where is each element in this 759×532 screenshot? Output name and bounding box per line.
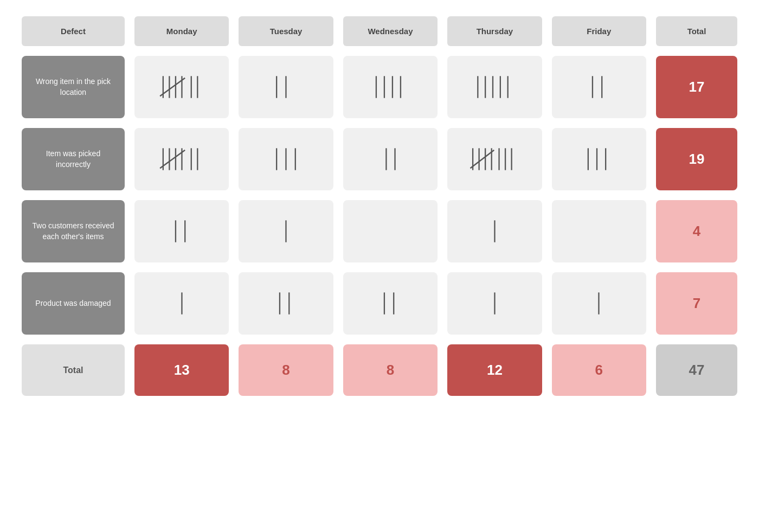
header-thursday: Thursday <box>447 16 542 46</box>
total-row2: 19 <box>656 128 737 190</box>
main-grid: Defect Monday Tuesday Wednesday Thursday… <box>11 11 748 401</box>
header-total: Total <box>656 16 737 46</box>
bottom-total-wednesday: 8 <box>343 344 438 396</box>
header-friday: Friday <box>552 16 646 46</box>
bottom-total-thursday: 12 <box>447 344 542 396</box>
tally-row1-fri <box>552 56 646 118</box>
tally-row3-fri <box>552 200 646 262</box>
header-defect: Defect <box>22 16 125 46</box>
header-monday: Monday <box>134 16 229 46</box>
tally-row4-wed <box>343 272 438 335</box>
tally-row1-mon <box>134 56 229 118</box>
tally-row2-thu <box>447 128 542 190</box>
tally-row3-thu <box>447 200 542 262</box>
tally-row1-thu <box>447 56 542 118</box>
header-wednesday: Wednesday <box>343 16 438 46</box>
total-label: Total <box>22 344 125 396</box>
bottom-total-friday: 6 <box>552 344 646 396</box>
defect-label-4: Product was damaged <box>22 272 125 335</box>
tally-row2-tue <box>239 128 333 190</box>
tally-row2-wed <box>343 128 438 190</box>
total-row1: 17 <box>656 56 737 118</box>
total-row3: 4 <box>656 200 737 262</box>
tally-row3-tue <box>239 200 333 262</box>
tally-row3-mon <box>134 200 229 262</box>
tally-row2-fri <box>552 128 646 190</box>
svg-line-36 <box>470 150 494 168</box>
tally-row3-wed <box>343 200 438 262</box>
defect-label-3: Two customers received each other's item… <box>22 200 125 262</box>
defect-label-1: Wrong item in the pick location <box>22 56 125 118</box>
tally-row1-tue <box>239 56 333 118</box>
tally-row4-mon <box>134 272 229 335</box>
bottom-total-monday: 13 <box>134 344 229 396</box>
tally-row4-thu <box>447 272 542 335</box>
bottom-total-total: 47 <box>656 344 737 396</box>
tally-row4-fri <box>552 272 646 335</box>
bottom-total-tuesday: 8 <box>239 344 333 396</box>
tally-row2-mon <box>134 128 229 190</box>
tally-row1-wed <box>343 56 438 118</box>
header-tuesday: Tuesday <box>239 16 333 46</box>
total-row4: 7 <box>656 272 737 335</box>
defect-label-2: Item was picked incorrectly <box>22 128 125 190</box>
tally-row4-tue <box>239 272 333 335</box>
